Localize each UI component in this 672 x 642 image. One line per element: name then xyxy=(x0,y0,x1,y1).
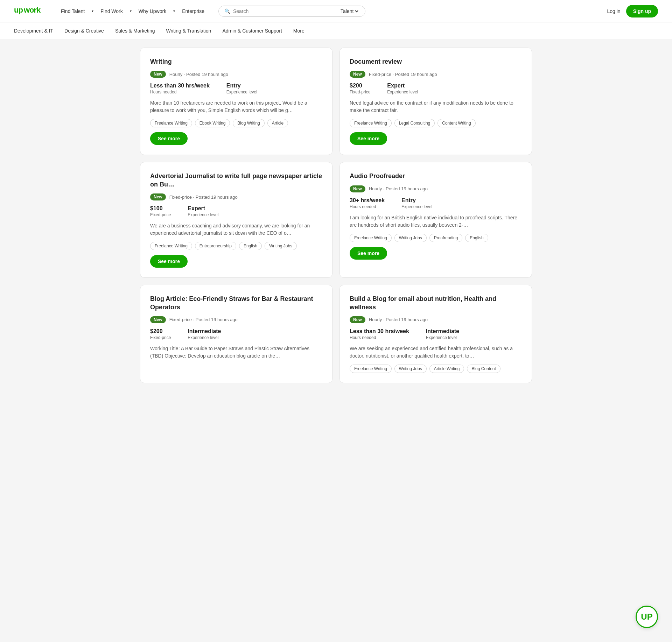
nav-why-upwork[interactable]: Why Upwork xyxy=(139,8,166,14)
card-meta-text: Hourly · Posted 19 hours ago xyxy=(369,317,428,322)
tag[interactable]: Writing Jobs xyxy=(394,234,427,242)
svg-text:work: work xyxy=(23,6,41,14)
stat-group: $100 Fixed-price xyxy=(150,205,171,217)
tag[interactable]: Freelance Writing xyxy=(350,365,392,373)
stat-group: Entry Experience level xyxy=(401,197,432,209)
stat-value: Expert xyxy=(188,205,218,212)
tag[interactable]: Freelance Writing xyxy=(150,119,192,127)
stat-label: Hours needed xyxy=(350,335,409,340)
card-title: Blog Article: Eco-Friendly Straws for Ba… xyxy=(150,295,322,311)
tag[interactable]: Freelance Writing xyxy=(350,234,392,242)
stat-group: 30+ hrs/week Hours needed xyxy=(350,197,385,209)
tag[interactable]: Proofreading xyxy=(429,234,463,242)
stat-label: Experience level xyxy=(226,90,257,94)
see-more-button[interactable]: See more xyxy=(150,132,188,145)
login-button[interactable]: Log in xyxy=(607,8,621,14)
nav-enterprise[interactable]: Enterprise xyxy=(182,8,204,14)
svg-text:up: up xyxy=(14,6,23,14)
card-title: Writing xyxy=(150,58,322,66)
card-meta-text: Fixed-price · Posted 19 hours ago xyxy=(169,195,238,200)
subnav-sales[interactable]: Sales & Marketing xyxy=(115,28,155,34)
tag[interactable]: Freelance Writing xyxy=(350,119,392,127)
stat-value: $200 xyxy=(150,328,171,334)
tag[interactable]: Content Writing xyxy=(438,119,475,127)
card-meta: New Fixed-price · Posted 19 hours ago xyxy=(350,71,522,78)
search-bar: 🔍 Talent Jobs xyxy=(218,6,365,17)
job-card-audio-proofreader: Audio Proofreader New Hourly · Posted 19… xyxy=(340,162,532,278)
card-description: We are a business coaching and advisory … xyxy=(150,222,322,237)
stat-label: Experience level xyxy=(401,204,432,209)
subnav-dev-it[interactable]: Development & IT xyxy=(14,28,53,34)
header: up work Find Talent ▾ Find Work ▾ Why Up… xyxy=(0,0,672,22)
see-more-button[interactable]: See more xyxy=(350,247,387,260)
new-badge: New xyxy=(150,193,166,200)
nav-find-talent[interactable]: Find Talent xyxy=(61,8,85,14)
card-meta: New Hourly · Posted 19 hours ago xyxy=(150,71,322,78)
card-description: We are seeking an experienced and certif… xyxy=(350,345,522,360)
new-badge: New xyxy=(350,71,365,78)
search-input[interactable] xyxy=(233,8,336,14)
card-tags: Freelance Writing Writing Jobs Proofread… xyxy=(350,234,522,242)
tag[interactable]: Ebook Writing xyxy=(195,119,230,127)
talent-selector[interactable]: Talent Jobs xyxy=(339,8,359,14)
stat-label: Hours needed xyxy=(150,90,210,94)
new-badge: New xyxy=(350,316,365,323)
sub-nav: Development & IT Design & Creative Sales… xyxy=(0,22,672,39)
tag[interactable]: Article xyxy=(267,119,288,127)
main-content: Writing New Hourly · Posted 19 hours ago… xyxy=(126,39,546,391)
card-title: Document review xyxy=(350,58,522,66)
card-description: More than 10 freelancers are needed to w… xyxy=(150,99,322,114)
tag[interactable]: Legal Consulting xyxy=(394,119,435,127)
subnav-writing[interactable]: Writing & Translation xyxy=(166,28,211,34)
card-description: Working Title: A Bar Guide to Paper Stra… xyxy=(150,345,322,360)
stat-group: Entry Experience level xyxy=(226,83,257,94)
job-card-blog-article-eco-friendly: Blog Article: Eco-Friendly Straws for Ba… xyxy=(140,285,332,383)
why-upwork-arrow: ▾ xyxy=(173,9,175,13)
card-stats: $200 Fixed-price Expert Experience level xyxy=(350,83,522,94)
see-more-button[interactable]: See more xyxy=(150,255,188,268)
stat-label: Fixed-price xyxy=(150,335,171,340)
subnav-more[interactable]: More xyxy=(293,28,304,34)
tag[interactable]: Blog Content xyxy=(467,365,500,373)
signup-button[interactable]: Sign up xyxy=(626,5,658,17)
tag[interactable]: Writing Jobs xyxy=(394,365,427,373)
new-badge: New xyxy=(350,185,365,192)
subnav-design[interactable]: Design & Creative xyxy=(64,28,104,34)
card-description: Need legal advice on the contract or if … xyxy=(350,99,522,114)
stat-label: Experience level xyxy=(188,335,221,340)
new-badge: New xyxy=(150,71,166,78)
card-description: I am looking for an British English nati… xyxy=(350,214,522,229)
stat-group: Intermediate Experience level xyxy=(426,328,459,340)
job-card-document-review: Document review New Fixed-price · Posted… xyxy=(340,48,532,155)
subnav-admin[interactable]: Admin & Customer Support xyxy=(222,28,282,34)
card-stats: $200 Fixed-price Intermediate Experience… xyxy=(150,328,322,340)
tag[interactable]: Article Writing xyxy=(429,365,464,373)
stat-label: Fixed-price xyxy=(350,90,370,94)
nav-find-work[interactable]: Find Work xyxy=(100,8,123,14)
stat-group: Expert Experience level xyxy=(188,205,218,217)
stat-value: Entry xyxy=(401,197,432,204)
stat-value: Less than 30 hrs/week xyxy=(150,83,210,89)
tag[interactable]: Entrepreneurship xyxy=(195,242,236,250)
stat-value: $100 xyxy=(150,205,171,212)
search-icon: 🔍 xyxy=(224,8,230,14)
upwork-logo[interactable]: up work xyxy=(14,5,50,17)
stat-group: Less than 30 hrs/week Hours needed xyxy=(350,328,409,340)
job-card-build-blog-nutrition: Build a Blog for email about nutrition, … xyxy=(340,285,532,383)
jobs-grid: Writing New Hourly · Posted 19 hours ago… xyxy=(140,48,532,383)
stat-label: Fixed-price xyxy=(150,212,171,217)
tag[interactable]: Blog Writing xyxy=(233,119,264,127)
card-stats: Less than 30 hrs/week Hours needed Entry… xyxy=(150,83,322,94)
stat-group: $200 Fixed-price xyxy=(350,83,370,94)
tag[interactable]: Freelance Writing xyxy=(150,242,192,250)
stat-label: Experience level xyxy=(188,212,218,217)
tag[interactable]: Writing Jobs xyxy=(265,242,297,250)
tag[interactable]: English xyxy=(465,234,488,242)
stat-value: Entry xyxy=(226,83,257,89)
card-title: Audio Proofreader xyxy=(350,172,522,180)
see-more-button[interactable]: See more xyxy=(350,132,387,145)
tag[interactable]: English xyxy=(239,242,262,250)
card-meta-text: Fixed-price · Posted 19 hours ago xyxy=(369,72,437,77)
card-title: Build a Blog for email about nutrition, … xyxy=(350,295,522,311)
new-badge: New xyxy=(150,316,166,323)
